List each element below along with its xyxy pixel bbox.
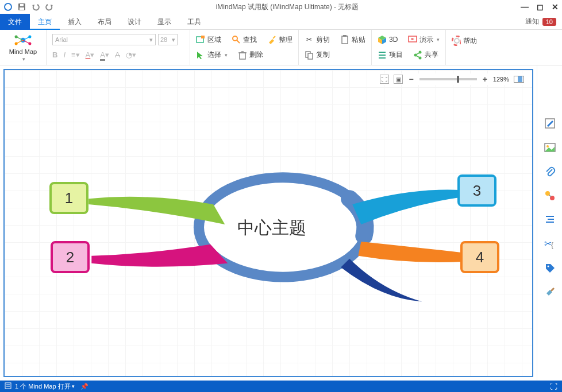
minimize-button[interactable]: — xyxy=(521,2,529,11)
save-icon[interactable] xyxy=(17,2,26,11)
tab-layout[interactable]: 布局 xyxy=(90,14,120,30)
zoom-in-button[interactable]: + xyxy=(482,75,488,84)
svg-rect-21 xyxy=(342,36,348,44)
ribbon-group-edit: 区域 查找 整理 选择▾ 删除 xyxy=(190,30,299,65)
highlight-button[interactable]: A▾ xyxy=(100,51,109,59)
svg-point-0 xyxy=(5,3,11,10)
title-bar: iMindMap 试用版 (iMindMap Ultimate) - 无标题 —… xyxy=(0,0,562,14)
zoom-out-button[interactable]: − xyxy=(407,75,414,84)
svg-text:{: { xyxy=(551,241,553,249)
cut-button[interactable]: ✂剪切 xyxy=(305,33,330,46)
node-3[interactable]: 3 xyxy=(457,174,496,207)
svg-point-7 xyxy=(28,35,31,38)
delete-button[interactable]: 删除 xyxy=(238,49,263,61)
tab-home[interactable]: 主页 xyxy=(30,14,60,30)
svg-point-8 xyxy=(28,42,31,45)
node-1[interactable]: 1 xyxy=(49,182,88,214)
undo-icon[interactable] xyxy=(31,2,40,11)
svg-rect-2 xyxy=(20,7,24,10)
format-painter-icon[interactable] xyxy=(544,286,556,298)
clear-format-button[interactable]: A̶ xyxy=(115,51,120,59)
app-icon xyxy=(3,2,13,11)
status-open-maps[interactable]: 1 个 Mind Map 打开 xyxy=(15,382,71,391)
clean-button[interactable]: 整理 xyxy=(267,33,292,46)
tab-insert[interactable]: 插入 xyxy=(60,14,90,30)
present-button[interactable]: 演示▾ xyxy=(408,33,440,46)
document-icon xyxy=(5,382,11,390)
svg-point-15 xyxy=(233,36,237,41)
task-icon[interactable] xyxy=(544,189,556,202)
maximize-button[interactable]: ◻ xyxy=(537,2,544,11)
paste-button[interactable]: 粘贴 xyxy=(340,33,365,46)
outline-icon[interactable] xyxy=(544,214,556,226)
attachment-icon[interactable] xyxy=(544,165,556,178)
mindmap-label: Mind Map xyxy=(9,48,37,55)
broom-icon xyxy=(267,35,276,44)
region-button[interactable]: 区域 xyxy=(196,33,221,46)
fit-screen-button[interactable]: ⛶ xyxy=(380,75,389,84)
bold-button[interactable]: B xyxy=(52,51,57,59)
svg-point-5 xyxy=(15,35,18,38)
close-button[interactable]: ✕ xyxy=(552,2,559,11)
font-size-select[interactable]: 28▾ xyxy=(158,34,178,45)
mindmap-button[interactable]: Mind Map ▾ xyxy=(6,33,40,62)
svg-line-49 xyxy=(551,288,554,291)
lifebuoy-icon xyxy=(452,36,461,45)
tag-icon[interactable] xyxy=(544,262,556,274)
minimap-button[interactable] xyxy=(514,76,524,83)
fullscreen-icon[interactable]: ⛶ xyxy=(550,382,557,391)
share-icon xyxy=(413,51,422,60)
svg-point-39 xyxy=(546,145,549,148)
chevron-down-icon: ▾ xyxy=(437,37,440,42)
tab-view[interactable]: 显示 xyxy=(149,14,179,30)
select-button[interactable]: 选择▾ xyxy=(196,49,228,61)
svg-point-35 xyxy=(455,38,459,43)
svg-line-32 xyxy=(416,53,419,55)
ribbon: Mind Map ▾ Arial▾ 28▾ B I ≡▾ A▾ A▾ A̶ ◔▾… xyxy=(0,30,562,65)
ribbon-group-view: 3D 演示▾ 项目 共享 xyxy=(372,30,446,65)
image-icon[interactable] xyxy=(544,141,556,154)
svg-rect-18 xyxy=(240,53,245,59)
tab-file[interactable]: 文件 xyxy=(0,14,30,30)
redo-icon[interactable] xyxy=(45,2,54,11)
snippet-icon[interactable]: ✂{ xyxy=(544,238,556,250)
italic-button[interactable]: I xyxy=(63,51,66,59)
central-topic[interactable]: 中心主题 xyxy=(237,216,306,240)
chevron-down-icon: ▾ xyxy=(149,36,153,44)
search-icon xyxy=(232,35,241,44)
svg-line-33 xyxy=(416,56,419,57)
3d-button[interactable]: 3D xyxy=(378,33,398,46)
svg-rect-24 xyxy=(308,53,313,59)
chevron-down-icon: ▾ xyxy=(22,56,25,62)
help-button[interactable]: 帮助 xyxy=(452,34,477,47)
cube-icon xyxy=(378,35,387,44)
zoom-slider[interactable] xyxy=(419,78,477,80)
svg-point-48 xyxy=(547,266,549,267)
tab-tools[interactable]: 工具 xyxy=(179,14,209,30)
pin-icon[interactable]: 📌 xyxy=(80,383,88,390)
font-family-select[interactable]: Arial▾ xyxy=(52,34,156,45)
find-button[interactable]: 查找 xyxy=(232,33,257,46)
notifications[interactable]: 通知 10 xyxy=(525,17,562,26)
region-icon xyxy=(196,35,205,44)
node-4[interactable]: 4 xyxy=(460,241,499,273)
center-button[interactable]: ▣ xyxy=(394,75,403,84)
ribbon-group-mindmap: Mind Map ▾ xyxy=(0,30,47,65)
notes-icon[interactable] xyxy=(544,117,556,130)
scissors-icon: ✂ xyxy=(305,35,314,44)
svg-line-16 xyxy=(237,40,240,43)
canvas-toolbar: ⛶ ▣ − + 129% xyxy=(378,73,526,85)
bullet-list-button[interactable]: ≡▾ xyxy=(71,51,80,59)
svg-rect-3 xyxy=(20,4,24,6)
project-button[interactable]: 项目 xyxy=(378,49,403,61)
copy-button[interactable]: 复制 xyxy=(305,49,330,61)
tab-design[interactable]: 设计 xyxy=(120,14,149,30)
svg-line-17 xyxy=(273,36,275,38)
node-2[interactable]: 2 xyxy=(51,241,90,273)
share-button[interactable]: 共享 xyxy=(413,49,438,61)
shape-fill-button[interactable]: ◔▾ xyxy=(126,51,136,59)
font-color-button[interactable]: A▾ xyxy=(86,51,95,59)
zoom-percent: 129% xyxy=(493,76,509,83)
mindmap-canvas[interactable]: 1 2 3 4 中心主题 ⛶ ▣ − + 129% xyxy=(3,69,533,377)
svg-rect-22 xyxy=(343,35,347,37)
